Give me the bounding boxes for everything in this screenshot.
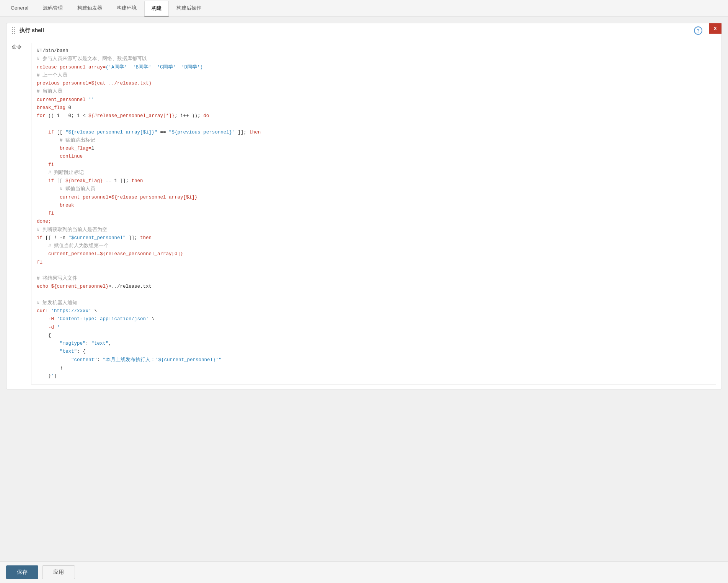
command-area: 命令 #!/bin/bash # 参与人员来源可以是文本、网络、数据库都可以 r…	[7, 38, 721, 389]
tab-source[interactable]: 源码管理	[36, 1, 70, 16]
tab-general[interactable]: General	[4, 1, 35, 15]
tab-trigger[interactable]: 构建触发器	[70, 1, 109, 16]
tab-bar: General 源码管理 构建触发器 构建环境 构建 构建后操作	[0, 0, 728, 17]
tab-post[interactable]: 构建后操作	[170, 1, 208, 16]
tab-build[interactable]: 构建	[144, 1, 169, 16]
shell-section: 执行 shell X ? 命令 #!/bin/bash # 参与人员来源可以是文…	[6, 23, 722, 389]
command-label: 命令	[12, 43, 31, 384]
close-button[interactable]: X	[709, 23, 721, 34]
tab-env[interactable]: 构建环境	[110, 1, 144, 16]
section-title: 执行 shell	[20, 27, 44, 34]
code-editor[interactable]: #!/bin/bash # 参与人员来源可以是文本、网络、数据库都可以 rele…	[31, 43, 716, 384]
help-icon[interactable]: ?	[694, 26, 702, 35]
section-header: 执行 shell	[7, 23, 721, 38]
drag-handle[interactable]	[12, 27, 16, 34]
main-content: 执行 shell X ? 命令 #!/bin/bash # 参与人员来源可以是文…	[0, 17, 728, 560]
